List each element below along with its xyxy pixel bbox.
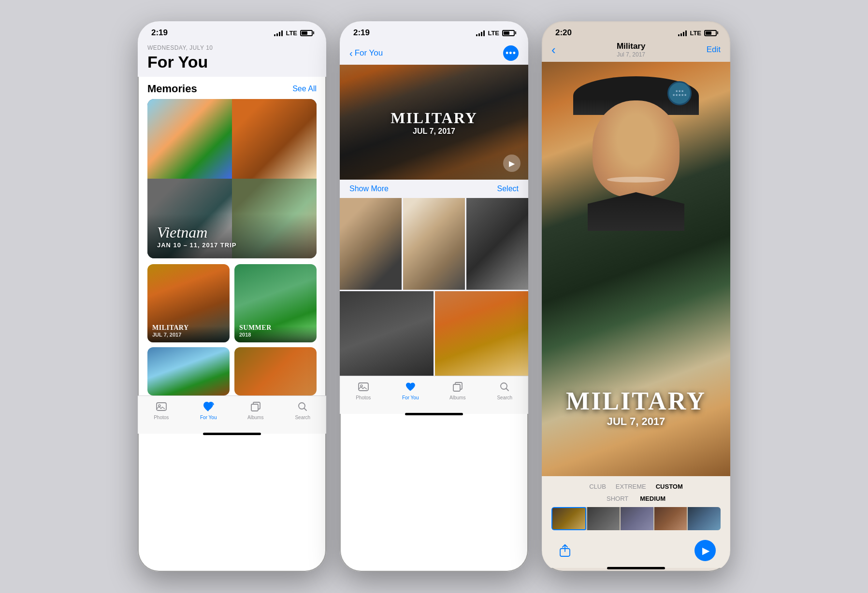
play-icon-overlay: ▶ xyxy=(509,159,515,168)
memory-title-military: MILITARY xyxy=(152,324,225,332)
hero-subtitle: JAN 10 – 11, 2017 TRIP xyxy=(157,241,307,249)
duration-short[interactable]: SHORT xyxy=(607,495,628,502)
filmstrip-item-4[interactable] xyxy=(654,507,687,530)
memory-thumb-military[interactable]: MILITARY JUL 7, 2017 xyxy=(147,264,230,342)
duration-medium[interactable]: MEDIUM xyxy=(640,495,665,502)
date-label: WEDNESDAY, JULY 10 xyxy=(147,44,317,51)
uniform xyxy=(588,192,684,231)
teeth-hint xyxy=(607,177,665,183)
show-more-row: Show More Select xyxy=(340,180,528,198)
lte-label-3: LTE xyxy=(690,29,701,37)
svg-rect-4 xyxy=(359,383,368,391)
filmstrip-item-2[interactable] xyxy=(587,507,620,530)
phone3-title-text: Military xyxy=(617,42,646,51)
tab-albums-1[interactable]: Albums xyxy=(232,400,279,420)
play-button-overlay[interactable]: ▶ xyxy=(503,155,521,172)
military-hero-overlay: MILITARY JUL 7, 2017 xyxy=(340,65,528,180)
tab-search-1[interactable]: Search xyxy=(279,400,327,420)
grid-photo-5[interactable] xyxy=(435,291,529,376)
tab-foryou-2[interactable]: For You xyxy=(387,380,434,400)
see-all-button[interactable]: See All xyxy=(292,85,317,93)
select-button[interactable]: Select xyxy=(497,184,519,193)
filmstrip-item-5[interactable] xyxy=(688,507,721,530)
memory-thumb-extra[interactable] xyxy=(234,347,317,395)
albums-icon-1 xyxy=(249,400,262,413)
photos-icon-2 xyxy=(357,380,370,394)
signal-bar-3-4 xyxy=(685,30,687,36)
hero-overlay: Vietnam JAN 10 – 11, 2017 TRIP xyxy=(147,214,317,258)
tab-search-2[interactable]: Search xyxy=(481,380,529,400)
back-button-2[interactable]: ‹ For You xyxy=(349,48,383,59)
signal-bar-1 xyxy=(274,34,275,36)
grid-photo-4[interactable] xyxy=(340,291,434,376)
military-big-date: JUL 7, 2017 xyxy=(607,415,665,428)
status-icons-1: LTE xyxy=(274,29,313,37)
tab-bar-2: Photos For You Albums xyxy=(340,376,528,414)
memory-thumb-summer[interactable]: SUMMER 2018 xyxy=(234,264,317,342)
show-more-button[interactable]: Show More xyxy=(349,184,389,193)
tab-label-search-2: Search xyxy=(497,395,512,400)
phone1-header: WEDNESDAY, JULY 10 For You xyxy=(138,41,326,77)
svg-rect-2 xyxy=(251,404,258,411)
style-extreme[interactable]: EXTREME xyxy=(616,483,646,490)
share-button[interactable] xyxy=(556,542,574,559)
tab-label-foryou-2: For You xyxy=(402,395,419,400)
beret-badge: ★★★★★★★★ xyxy=(667,81,692,105)
memories-hero[interactable]: Vietnam JAN 10 – 11, 2017 TRIP xyxy=(147,99,317,258)
photo-grid-2-bottom xyxy=(340,291,528,376)
phone3-subtitle: Jul 7, 2017 xyxy=(617,51,646,58)
style-custom[interactable]: CUSTOM xyxy=(656,483,683,490)
memories-section-header: Memories See All xyxy=(138,77,326,99)
status-time-3: 2:20 xyxy=(555,28,572,38)
home-indicator-1 xyxy=(138,434,326,438)
more-button[interactable]: ••• xyxy=(503,45,519,61)
style-options: CLUB EXTREME CUSTOM xyxy=(542,476,730,493)
memory-photo-extra xyxy=(234,347,317,395)
signal-bar-2-3 xyxy=(481,32,482,36)
edit-button[interactable]: Edit xyxy=(707,45,721,55)
tab-photos-1[interactable]: Photos xyxy=(138,400,185,420)
hero-photo-1 xyxy=(147,99,232,179)
home-bar-2 xyxy=(405,413,463,415)
style-club[interactable]: CLUB xyxy=(589,483,606,490)
soldier-figure: ★★★★★★★★ xyxy=(588,76,684,231)
grid-photo-1[interactable] xyxy=(340,198,402,290)
signal-bar-4 xyxy=(281,30,283,36)
signal-bars-3 xyxy=(678,30,687,36)
lte-label-2: LTE xyxy=(488,29,499,37)
battery-icon-3 xyxy=(704,30,717,36)
play-button-large[interactable]: ▶ xyxy=(694,540,716,561)
home-indicator-3 xyxy=(542,568,730,572)
memory-photo-landscape xyxy=(147,347,230,395)
tab-photos-2[interactable]: Photos xyxy=(340,380,387,400)
military-hero[interactable]: MILITARY JUL 7, 2017 ▶ xyxy=(340,65,528,180)
phone3-nav-title: Military Jul 7, 2017 xyxy=(617,42,646,58)
tab-foryou-1[interactable]: For You xyxy=(185,400,232,420)
phone3-bottom: CLUB EXTREME CUSTOM SHORT MEDIUM xyxy=(542,476,730,568)
signal-bar-3 xyxy=(279,32,280,36)
signal-bar-3-1 xyxy=(678,34,680,36)
tab-albums-2[interactable]: Albums xyxy=(434,380,481,400)
battery-icon-2 xyxy=(502,30,515,36)
memory-thumb-landscape[interactable] xyxy=(147,347,230,395)
phone-container: 2:19 LTE WEDNESDAY, JULY 10 For You xyxy=(138,21,730,572)
signal-bar-2-1 xyxy=(476,34,477,36)
tab-bar-1: Photos For You xyxy=(138,395,326,434)
filmstrip-item-1[interactable] xyxy=(551,507,586,530)
phone3-bottom-controls: ▶ xyxy=(542,536,730,568)
hero-title-script: Vietnam xyxy=(157,224,307,241)
filmstrip[interactable] xyxy=(551,507,721,530)
tab-label-foryou-1: For You xyxy=(200,415,217,420)
tab-label-photos-2: Photos xyxy=(356,395,371,400)
filmstrip-item-3[interactable] xyxy=(621,507,653,530)
page-title-1: For You xyxy=(147,53,317,71)
grid-photo-2[interactable] xyxy=(403,198,465,290)
search-icon-1 xyxy=(296,400,309,413)
foryou-icon-1 xyxy=(202,400,215,413)
foryou-icon-2 xyxy=(404,380,417,394)
phone-1: 2:19 LTE WEDNESDAY, JULY 10 For You xyxy=(138,21,326,572)
hero-photo-2 xyxy=(232,99,317,179)
back-chevron-3[interactable]: ‹ xyxy=(551,42,556,57)
grid-photo-3[interactable] xyxy=(466,198,528,290)
memory-overlay-summer: SUMMER 2018 xyxy=(234,319,317,342)
